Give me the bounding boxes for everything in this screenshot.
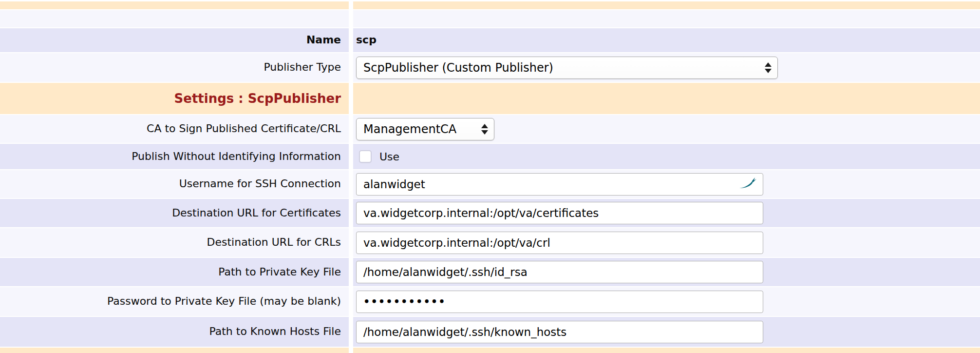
up-down-arrows-icon [765, 62, 772, 73]
crl-url-value: va.widgetcorp.internal:/opt/va/crl [363, 236, 550, 249]
bottom-section-band [0, 348, 980, 353]
row-name: Name scp [0, 28, 980, 52]
publisher-type-selected-value: ScpPublisher (Custom Publisher) [363, 61, 553, 75]
row-known-hosts-path: Path to Known Hosts File /home/alanwidge… [0, 317, 980, 347]
publisher-edit-form: Name scp Publisher Type ScpPublisher (Cu… [0, 0, 980, 353]
cert-url-input[interactable]: va.widgetcorp.internal:/opt/va/certifica… [356, 202, 763, 224]
name-value: scp [356, 34, 377, 46]
private-key-path-label: Path to Private Key File [218, 266, 341, 278]
private-key-password-label: Password to Private Key File (may be bla… [107, 295, 341, 308]
dashlane-icon[interactable] [738, 176, 757, 190]
up-down-arrows-icon [481, 124, 488, 135]
ca-selected-value: ManagementCA [363, 122, 456, 136]
private-key-path-input[interactable]: /home/alanwidget/.ssh/id_rsa [356, 261, 763, 283]
ssh-username-label: Username for SSH Connection [179, 177, 341, 190]
crl-url-input[interactable]: va.widgetcorp.internal:/opt/va/crl [356, 232, 763, 254]
top-section-band [0, 1, 980, 9]
ca-select[interactable]: ManagementCA [356, 118, 494, 140]
ssh-username-input[interactable]: alanwidget [356, 173, 763, 196]
row-publisher-type: Publisher Type ScpPublisher (Custom Publ… [0, 53, 980, 82]
private-key-password-value: ••••••••••• [363, 296, 446, 308]
spacer-row [0, 10, 980, 27]
private-key-path-value: /home/alanwidget/.ssh/id_rsa [363, 266, 528, 278]
cert-url-value: va.widgetcorp.internal:/opt/va/certifica… [363, 207, 599, 219]
row-ca-sign: CA to Sign Published Certificate/CRL Man… [0, 115, 980, 143]
cert-url-label: Destination URL for Certificates [172, 207, 341, 219]
row-ssh-username: Username for SSH Connection alanwidget [0, 170, 980, 198]
row-private-key-path: Path to Private Key File /home/alanwidge… [0, 258, 980, 286]
ca-sign-label: CA to Sign Published Certificate/CRL [147, 122, 341, 135]
known-hosts-path-input[interactable]: /home/alanwidget/.ssh/known_hosts [356, 321, 763, 343]
anonymize-label: Publish Without Identifying Information [132, 150, 341, 163]
row-anonymize: Publish Without Identifying Information … [0, 144, 980, 169]
row-private-key-password: Password to Private Key File (may be bla… [0, 287, 980, 316]
publisher-type-select[interactable]: ScpPublisher (Custom Publisher) [356, 57, 778, 79]
known-hosts-path-value: /home/alanwidget/.ssh/known_hosts [363, 326, 566, 338]
row-cert-url: Destination URL for Certificates va.widg… [0, 199, 980, 227]
row-crl-url: Destination URL for CRLs va.widgetcorp.i… [0, 228, 980, 257]
use-checkbox[interactable] [359, 150, 372, 163]
ssh-username-value: alanwidget [363, 178, 425, 191]
known-hosts-path-label: Path to Known Hosts File [209, 325, 341, 338]
settings-section-title: Settings : ScpPublisher [174, 91, 341, 106]
name-label: Name [306, 34, 341, 46]
publisher-type-label: Publisher Type [264, 61, 341, 74]
crl-url-label: Destination URL for CRLs [207, 236, 341, 249]
private-key-password-input[interactable]: ••••••••••• [356, 291, 763, 313]
settings-section-band: Settings : ScpPublisher [0, 83, 980, 114]
use-checkbox-label: Use [379, 151, 399, 163]
